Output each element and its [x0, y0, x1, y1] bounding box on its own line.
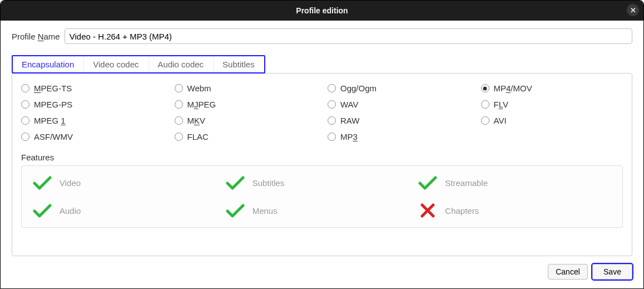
radio-indicator-icon: [21, 116, 29, 125]
radio-asf[interactable]: ASF/WMV: [21, 132, 164, 141]
radio-label: AVI: [494, 116, 507, 125]
radio-raw[interactable]: RAW: [328, 116, 470, 125]
radio-indicator-icon: [328, 133, 336, 141]
radio-label: FLAC: [187, 132, 209, 141]
profile-name-label: Profile Name: [12, 32, 60, 41]
radio-indicator-icon: [328, 84, 336, 92]
feature-chapters: Chapters: [418, 203, 611, 218]
radio-label: ASF/WMV: [34, 132, 73, 141]
feature-subtitles: Subtitles: [226, 175, 419, 190]
tab-audio-codec[interactable]: Audio codec: [148, 56, 214, 72]
radio-label: Webm: [187, 84, 211, 93]
features-heading: Features: [21, 153, 623, 162]
radio-mjpeg[interactable]: MJPEG: [175, 100, 317, 109]
radio-label: MKV: [187, 116, 206, 125]
check-icon: [226, 203, 245, 218]
radio-indicator-icon: [328, 116, 336, 125]
radio-label: WAV: [340, 100, 359, 109]
radio-indicator-icon: [21, 84, 29, 92]
radio-wav[interactable]: WAV: [328, 100, 470, 109]
cross-icon: [418, 203, 437, 218]
radio-indicator-icon: [481, 100, 489, 109]
radio-indicator-icon: [175, 84, 183, 92]
window-title: Profile edition: [296, 6, 348, 15]
radio-indicator-icon: [21, 100, 29, 109]
content-area: Profile Name Encapsulation Video codec A…: [1, 21, 643, 256]
feature-menus: Menus: [226, 203, 419, 218]
radio-label: RAW: [340, 116, 359, 125]
close-icon: ✕: [630, 6, 636, 14]
feature-label: Video: [60, 178, 81, 188]
radio-indicator-icon: [328, 100, 336, 109]
feature-audio: Audio: [33, 203, 226, 218]
radio-indicator-icon: [175, 116, 183, 125]
encapsulation-panel: MPEG-TSWebmOgg/OgmMP4/MOVMPEG-PSMJPEGWAV…: [12, 73, 632, 256]
feature-label: Menus: [252, 206, 278, 215]
radio-label: MPEG-PS: [34, 100, 72, 109]
tab-bar: Encapsulation Video codec Audio codec Su…: [12, 55, 265, 74]
save-button[interactable]: Save: [592, 264, 632, 280]
check-icon: [418, 175, 437, 190]
radio-indicator-icon: [481, 84, 489, 92]
radio-label: MP3: [340, 132, 358, 141]
radio-flv[interactable]: FLV: [481, 100, 623, 109]
radio-avi[interactable]: AVI: [481, 116, 623, 125]
radio-indicator-icon: [481, 116, 489, 125]
radio-label: MPEG-TS: [34, 84, 72, 93]
radio-indicator-icon: [21, 133, 29, 141]
radio-label: MPEG 1: [34, 116, 66, 125]
radio-mkv[interactable]: MKV: [175, 116, 317, 125]
feature-video: Video: [33, 175, 226, 190]
tab-encapsulation[interactable]: Encapsulation: [13, 56, 83, 72]
profile-name-input[interactable]: [65, 28, 632, 44]
radio-mp4[interactable]: MP4/MOV: [481, 84, 623, 93]
radio-label: FLV: [494, 100, 508, 109]
tab-area: Encapsulation Video codec Audio codec Su…: [12, 55, 632, 256]
radio-label: Ogg/Ogm: [340, 84, 377, 93]
feature-label: Streamable: [445, 178, 488, 188]
radio-label: MP4/MOV: [494, 84, 532, 93]
feature-label: Audio: [60, 206, 81, 215]
dialog-buttons: Cancel Save: [1, 256, 643, 288]
tab-subtitles[interactable]: Subtitles: [213, 56, 264, 72]
features-box: VideoSubtitlesStreamableAudioMenusChapte…: [21, 165, 623, 228]
radio-indicator-icon: [175, 100, 183, 109]
radio-flac[interactable]: FLAC: [175, 132, 317, 141]
radio-label: MJPEG: [187, 100, 216, 109]
radio-ogg[interactable]: Ogg/Ogm: [328, 84, 470, 93]
check-icon: [226, 175, 245, 190]
radio-webm[interactable]: Webm: [175, 84, 317, 93]
check-icon: [33, 175, 52, 190]
profile-edition-window: Profile edition ✕ Profile Name Encapsula…: [0, 0, 644, 289]
radio-mp3[interactable]: MP3: [328, 132, 470, 141]
titlebar: Profile edition ✕: [1, 1, 643, 21]
close-button[interactable]: ✕: [627, 4, 639, 16]
encapsulation-grid: MPEG-TSWebmOgg/OgmMP4/MOVMPEG-PSMJPEGWAV…: [21, 84, 623, 141]
feature-label: Subtitles: [252, 178, 285, 188]
check-icon: [33, 203, 52, 218]
cancel-button[interactable]: Cancel: [548, 264, 588, 280]
radio-mpeg-ps[interactable]: MPEG-PS: [21, 100, 164, 109]
profile-name-row: Profile Name: [12, 28, 632, 44]
feature-streamable: Streamable: [418, 175, 611, 190]
radio-indicator-icon: [175, 133, 183, 141]
radio-mpeg-ts[interactable]: MPEG-TS: [21, 84, 164, 93]
tab-video-codec[interactable]: Video codec: [83, 56, 148, 72]
feature-label: Chapters: [445, 206, 479, 215]
radio-mpeg1[interactable]: MPEG 1: [21, 116, 164, 125]
